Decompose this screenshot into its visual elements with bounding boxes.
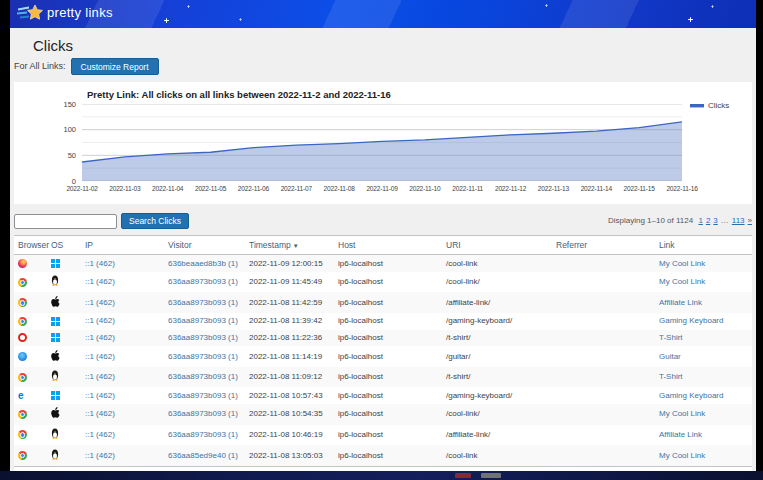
cell-host-text: ip6-localhost	[338, 352, 383, 361]
cell-visitor-link[interactable]: 636aa8973b093 (1)	[168, 333, 238, 342]
cell-timestamp: 2022-11-08 11:42:59	[245, 292, 334, 313]
cell-visitor-link[interactable]: 636aa8973b093 (1)	[168, 316, 238, 325]
cell-referrer	[552, 292, 655, 313]
clicks-series-label: Clicks	[708, 101, 729, 111]
cell-visitor-link[interactable]: 636beaaed8b3b (1)	[168, 259, 238, 268]
column-header-referrer[interactable]: Referrer	[552, 236, 655, 255]
taskbar-fragment-red	[455, 473, 471, 478]
cell-browser	[14, 404, 47, 425]
cell-visitor-link[interactable]: 636aa8973b093 (1)	[168, 430, 238, 439]
cell-link-link[interactable]: Guitar	[659, 352, 681, 361]
cell-link-link[interactable]: My Cool Link	[659, 409, 705, 418]
cell-link-link[interactable]: T-Shirt	[659, 333, 683, 342]
cell-uri: /affiliate-link/	[442, 425, 552, 446]
cell-link-link[interactable]: My Cool Link	[659, 259, 705, 268]
cell-ip-link[interactable]: ::1 (462)	[85, 391, 115, 400]
cell-link-link[interactable]: Affiliate Link	[659, 430, 702, 439]
page-link-2[interactable]: 2	[706, 216, 710, 225]
logo-text: pretty links	[47, 5, 113, 21]
pretty-links-admin-window: pretty links Clicks For All Links: Custo…	[10, 0, 756, 471]
cell-os	[47, 346, 81, 367]
cell-browser	[14, 346, 47, 367]
cell-visitor: 636aa8973b093 (1)	[164, 425, 245, 446]
cell-visitor-link[interactable]: 636aa8973b093 (1)	[168, 409, 238, 418]
pretty-links-logo[interactable]: pretty links	[17, 4, 113, 22]
cell-uri: /gaming-keyboard/	[442, 313, 552, 330]
column-header-visitor[interactable]: Visitor	[164, 236, 245, 255]
cell-link: T-Shirt	[655, 367, 752, 388]
cell-link-link[interactable]: T-Shirt	[659, 372, 683, 381]
cell-timestamp: 2022-11-09 11:45:49	[245, 272, 334, 293]
column-header-link[interactable]: Link	[655, 236, 752, 255]
page-link-3[interactable]: 3	[713, 216, 717, 225]
cell-ip-link[interactable]: ::1 (462)	[85, 409, 115, 418]
cell-ip-link[interactable]: ::1 (462)	[85, 451, 115, 460]
cell-link-link[interactable]: My Cool Link	[659, 277, 705, 286]
cell-uri: /cool-link/	[442, 404, 552, 425]
column-header-uri[interactable]: URI	[442, 236, 552, 255]
cell-link: My Cool Link	[655, 255, 752, 272]
cell-visitor-link[interactable]: 636aa8973b093 (1)	[168, 298, 238, 307]
page-link-next[interactable]: »	[748, 216, 752, 225]
cell-browser	[14, 313, 47, 330]
safari-icon	[18, 352, 27, 361]
column-header-os[interactable]: OS	[47, 236, 81, 255]
search-clicks-button[interactable]: Search Clicks	[121, 213, 189, 229]
cell-link: T-Shirt	[655, 330, 752, 347]
page-link-1[interactable]: 1	[698, 216, 702, 225]
cell-link-link[interactable]: Affiliate Link	[659, 298, 702, 307]
cell-link-link[interactable]: Gaming Keyboard	[659, 316, 723, 325]
chrome-icon	[18, 430, 27, 439]
cell-ip-link[interactable]: ::1 (462)	[85, 316, 115, 325]
cell-uri: /affiliate-link/	[442, 292, 552, 313]
cell-ip-link[interactable]: ::1 (462)	[85, 333, 115, 342]
cell-visitor-link[interactable]: 636aa85ed9e40 (1)	[168, 451, 238, 460]
cell-ip-link[interactable]: ::1 (462)	[85, 352, 115, 361]
column-header-browser[interactable]: Browser	[14, 236, 47, 255]
cell-link: Gaming Keyboard	[655, 387, 752, 404]
page-title: Clicks	[33, 37, 756, 55]
column-header-timestamp[interactable]: Timestamp▼	[245, 236, 334, 255]
cell-referrer	[552, 425, 655, 446]
cell-os	[47, 425, 81, 446]
customize-report-button[interactable]: Customize Report	[71, 58, 159, 75]
cell-ip-link[interactable]: ::1 (462)	[85, 277, 115, 286]
linux-icon	[51, 428, 59, 442]
pagination-top: Displaying 1–10 of 1124 123…113»	[608, 216, 752, 226]
cell-visitor-link[interactable]: 636aa8973b093 (1)	[168, 391, 238, 400]
cell-visitor-link[interactable]: 636aa8973b093 (1)	[168, 352, 238, 361]
page-link-last[interactable]: 113	[732, 216, 745, 225]
cell-timestamp: 2022-11-09 12:00:15	[245, 255, 334, 272]
x-axis-tick: 2022-11-04	[146, 185, 190, 193]
search-input[interactable]	[14, 214, 117, 229]
cell-ip-link[interactable]: ::1 (462)	[85, 430, 115, 439]
column-header-host[interactable]: Host	[334, 236, 442, 255]
cell-visitor-link[interactable]: 636aa8973b093 (1)	[168, 372, 238, 381]
cell-browser	[14, 367, 47, 388]
cell-os	[47, 292, 81, 313]
cell-host-text: ip6-localhost	[338, 451, 383, 460]
column-header-ip[interactable]: IP	[81, 236, 164, 255]
cell-timestamp: 2022-11-08 11:09:12	[245, 367, 334, 388]
cell-link-link[interactable]: My Cool Link	[659, 451, 705, 460]
cell-ip-link[interactable]: ::1 (462)	[85, 298, 115, 307]
cell-uri-text: /cool-link	[446, 451, 478, 460]
table-row: e::1 (462)636aa8973b093 (1)2022-11-08 10…	[14, 387, 752, 404]
cell-visitor-link[interactable]: 636aa8973b093 (1)	[168, 277, 238, 286]
cell-timestamp-text: 2022-11-08 13:05:03	[249, 451, 323, 460]
x-axis-tick: 2022-11-12	[489, 185, 533, 193]
cell-link-link[interactable]: Gaming Keyboard	[659, 391, 723, 400]
cell-ip: ::1 (462)	[81, 445, 164, 466]
cell-ip-link[interactable]: ::1 (462)	[85, 372, 115, 381]
cell-ip: ::1 (462)	[81, 404, 164, 425]
bottom-taskbar	[0, 471, 763, 480]
cell-uri-text: /cool-link	[446, 259, 478, 268]
cell-referrer	[552, 367, 655, 388]
x-axis-tick: 2022-11-03	[103, 185, 147, 193]
x-axis-tick: 2022-11-15	[617, 185, 661, 193]
cell-os	[47, 445, 81, 466]
x-axis-tick: 2022-11-11	[446, 185, 490, 193]
table-row: ::1 (462)636aa8973b093 (1)2022-11-08 11:…	[14, 330, 752, 347]
cell-visitor: 636aa8973b093 (1)	[164, 313, 245, 330]
cell-ip-link[interactable]: ::1 (462)	[85, 259, 115, 268]
